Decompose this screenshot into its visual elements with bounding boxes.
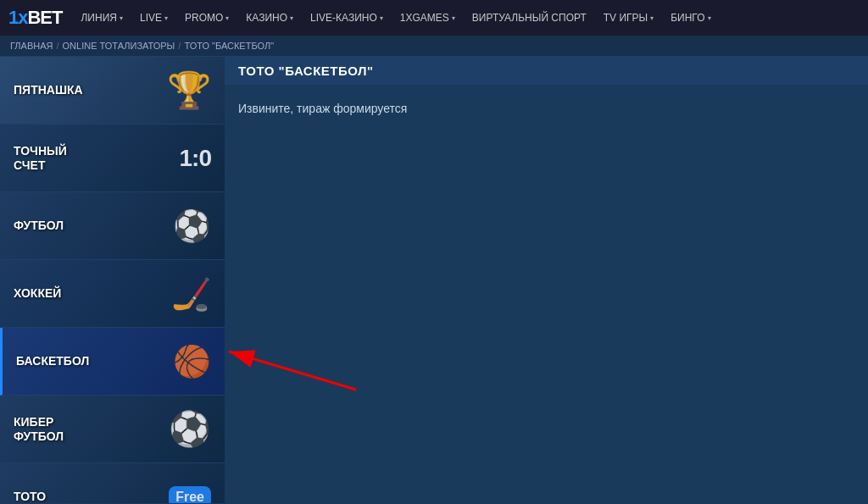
soccer-ball-icon: ⚽ — [173, 208, 211, 244]
sidebar-label-tochny-schet: ТОЧНЫЙ СЧЕТ — [14, 144, 67, 173]
chevron-down-icon: ▾ — [650, 14, 654, 22]
sidebar-item-kiber-futbol[interactable]: КИБЕР ФУТБОЛ ⚽ — [0, 396, 225, 463]
sidebar-item-basketbol[interactable]: БАСКЕТБОЛ 🏀 — [0, 328, 225, 396]
sidebar-item-pyatnashka[interactable]: ПЯТНАШКА 🏆 — [0, 57, 225, 125]
content-title: ТОТО "БАСКЕТБОЛ" — [225, 57, 868, 85]
basketball-icon: 🏀 — [173, 344, 211, 379]
sidebar-item-tochny-schet[interactable]: ТОЧНЫЙ СЧЕТ 1:0 — [0, 125, 225, 192]
logo[interactable]: 1xBET — [8, 7, 62, 29]
breadcrumb-home[interactable]: ГЛАВНАЯ — [10, 41, 53, 51]
breadcrumb-current: ТОТО "БАСКЕТБОЛ" — [184, 41, 274, 51]
breadcrumb: ГЛАВНАЯ / ONLINE ТОТАЛИЗАТОРЫ / ТОТО "БА… — [0, 36, 868, 57]
nav-kazino[interactable]: КАЗИНО ▾ — [239, 0, 300, 36]
sidebar-label-hokkey: ХОККЕЙ — [14, 286, 61, 301]
sidebar-label-futbol: ФУТБОЛ — [14, 219, 64, 233]
nav-live[interactable]: LIVE ▾ — [133, 0, 175, 36]
sidebar-label-basketbol: БАСКЕТБОЛ — [16, 354, 89, 368]
sidebar-label-pyatnashka: ПЯТНАШКА — [14, 83, 83, 97]
chevron-down-icon: ▾ — [225, 14, 229, 22]
breadcrumb-totalizatory[interactable]: ONLINE ТОТАЛИЗАТОРЫ — [63, 41, 175, 51]
chevron-down-icon: ▾ — [164, 14, 168, 22]
chevron-down-icon: ▾ — [290, 14, 293, 22]
sidebar: ПЯТНАШКА 🏆 ТОЧНЫЙ СЧЕТ 1:0 ФУТБОЛ ⚽ ХОКК… — [0, 57, 225, 503]
free-badge-icon: Free — [169, 486, 211, 504]
chevron-down-icon: ▾ — [120, 14, 123, 22]
page-wrapper: 1xBET ЛИНИЯ ▾ LIVE ▾ PROMO ▾ КАЗИНО ▾ LI… — [0, 0, 868, 504]
chevron-down-icon: ▾ — [452, 14, 455, 22]
main-layout: ПЯТНАШКА 🏆 ТОЧНЫЙ СЧЕТ 1:0 ФУТБОЛ ⚽ ХОКК… — [0, 57, 868, 503]
score-icon: 1:0 — [180, 145, 211, 172]
nav-tv-igry[interactable]: TV ИГРЫ ▾ — [597, 0, 660, 36]
nav-virtual-sport[interactable]: ВИРТУАЛЬНЫЙ СПОРТ — [465, 0, 593, 36]
nav-live-kazino[interactable]: LIVE-КАЗИНО ▾ — [303, 0, 390, 36]
sidebar-label-toto: ТОТО — [14, 490, 46, 503]
cyber-soccer-icon: ⚽ — [169, 409, 211, 449]
sidebar-item-hokkey[interactable]: ХОККЕЙ 🏒 — [0, 260, 225, 328]
content-area: ТОТО "БАСКЕТБОЛ" Извините, тираж формиру… — [225, 57, 868, 503]
top-nav: 1xBET ЛИНИЯ ▾ LIVE ▾ PROMO ▾ КАЗИНО ▾ LI… — [0, 0, 868, 36]
content-message: Извините, тираж формируется — [225, 85, 868, 132]
chevron-down-icon: ▾ — [380, 14, 383, 22]
trophy-icon: 🏆 — [167, 69, 211, 111]
chevron-down-icon: ▾ — [708, 14, 711, 22]
sidebar-label-kiber-futbol: КИБЕР ФУТБОЛ — [14, 415, 64, 444]
nav-bingo[interactable]: БИНГО ▾ — [664, 0, 717, 36]
nav-1xgames[interactable]: 1XGAMES ▾ — [393, 0, 462, 36]
hockey-puck-icon: 🏒 — [171, 275, 211, 313]
sidebar-item-futbol[interactable]: ФУТБОЛ ⚽ — [0, 192, 225, 260]
nav-liniya[interactable]: ЛИНИЯ ▾ — [74, 0, 129, 36]
nav-promo[interactable]: PROMO ▾ — [178, 0, 236, 36]
sidebar-item-toto[interactable]: ТОТО Free — [0, 463, 225, 503]
